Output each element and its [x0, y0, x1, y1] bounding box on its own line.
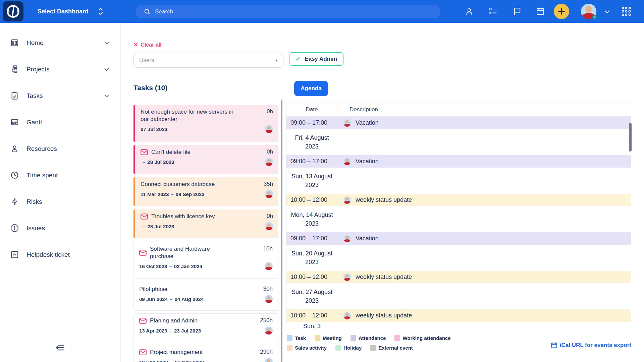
event-avatar [343, 235, 351, 242]
date-dash: – [143, 159, 145, 165]
date-dash: – [171, 191, 173, 197]
event-description: weekly status update [356, 196, 412, 203]
sidebar-item-helpdesk-ticket[interactable]: Helpdesk ticket [0, 241, 120, 268]
sidebar-item-label: Time spent [26, 172, 58, 179]
sidebar-item-risks[interactable]: Risks [0, 188, 120, 215]
task-card[interactable]: Planing and Admin 250h 13 Apr 2023 – 23 … [133, 313, 278, 342]
date-dash: – [169, 263, 172, 269]
task-date-end: 23 Jul 2023 [174, 328, 201, 334]
task-card[interactable]: Can't delete file 0h – 28 Jul 2023 [133, 145, 278, 174]
users-filter-select[interactable]: Users ▾ [133, 53, 283, 68]
agenda-date-row: Sun, 3 September 2023 [286, 322, 631, 330]
task-card[interactable]: Pilot phase 30h 09 Jun 2024 – 04 Aug 202… [133, 282, 278, 311]
event-time: 10:00 – 12:00 [286, 196, 337, 203]
sidebar-item-projects[interactable]: Projects [0, 56, 120, 82]
user-menu-chevron-icon[interactable] [603, 0, 611, 23]
sidebar-item-label: Home [26, 39, 44, 47]
agenda-event-row[interactable]: 10:00 – 12:00 weekly status update [286, 309, 631, 322]
user-avatar[interactable] [581, 4, 596, 19]
legend-swatch [287, 335, 292, 341]
sidebar-item-label: Gantt [26, 119, 42, 126]
assignee-avatar [265, 222, 273, 230]
chevron-down-icon [103, 92, 110, 100]
calendar-icon[interactable] [536, 0, 545, 23]
legend-label: Meeting [323, 335, 342, 341]
column-header-description: Description [337, 103, 378, 116]
profile-icon[interactable] [465, 0, 474, 23]
sidebar-item-resources[interactable]: Resources [0, 135, 120, 162]
envelope-icon [141, 214, 148, 220]
flag-icon[interactable] [513, 0, 522, 23]
legend-swatch [335, 345, 341, 351]
task-hours: 250h [260, 317, 273, 324]
sidebar-item-home[interactable]: Home [0, 29, 120, 56]
sidebar-footer [0, 333, 120, 362]
task-title: Planing and Admin [150, 317, 198, 324]
legend-item: Attendance [351, 335, 386, 341]
agenda-event-row[interactable]: 09:00 – 17:00 Vacation [286, 117, 631, 129]
tasks-panel-title: Tasks (10) [133, 84, 167, 92]
date-row-label: Sun, 20 August 2023 [286, 249, 337, 266]
event-avatar [343, 158, 351, 165]
event-avatar [343, 119, 351, 127]
apps-grid-icon[interactable] [621, 0, 631, 23]
task-card[interactable]: Not enough space for new servers in our … [133, 105, 278, 142]
envelope-icon [141, 149, 148, 155]
sidebar-item-time-spent[interactable]: Time spent [0, 162, 120, 188]
task-card[interactable]: Project management 290h 19 Sep 2023 – 01… [133, 345, 278, 362]
task-card[interactable]: Software and Hardware purchase 10h 16 Oc… [133, 242, 278, 279]
date-dash: – [169, 328, 172, 334]
agenda-date-row: Sun, 27 August 2023 [286, 283, 631, 309]
agenda-event-row[interactable]: 10:00 – 12:00 weekly status update [286, 194, 631, 206]
task-card[interactable]: Connect customers database 35h 11 Mar 20… [133, 177, 278, 206]
task-card[interactable]: Troubles with licence key 0h – 28 Jul 20… [133, 209, 278, 238]
users-placeholder: Users [139, 57, 154, 64]
sidebar-item-label: Resources [26, 145, 57, 153]
sidebar-item-tasks[interactable]: Tasks [0, 82, 120, 109]
envelope-icon [139, 250, 147, 256]
agenda-scrollbar[interactable] [629, 123, 632, 152]
event-description: weekly status update [356, 312, 412, 319]
sidebar-item-issues[interactable]: Issues [0, 215, 120, 241]
chevron-down-icon [103, 66, 110, 73]
agenda-button[interactable]: Agenda [294, 81, 328, 96]
date-row-label: Sun, 27 August 2023 [286, 288, 337, 305]
agenda-event-row[interactable]: 09:00 – 17:00 Vacation [286, 232, 631, 245]
envelope-icon [139, 318, 147, 324]
dashboard-selector[interactable]: Select Dashboard [38, 0, 104, 23]
sidebar-item-label: Projects [26, 66, 50, 73]
gantt-icon [10, 118, 19, 127]
tasks-scrollbar[interactable] [281, 100, 282, 362]
tasks-checklist-icon[interactable] [488, 0, 497, 23]
collapse-sidebar-icon[interactable] [54, 342, 66, 353]
add-button[interactable] [554, 4, 569, 19]
legend-label: Attendance [359, 335, 386, 341]
helpdesk-ticket-icon [10, 250, 19, 259]
lightning-icon [10, 197, 19, 206]
search-bar [136, 5, 440, 18]
sidebar-item-gantt[interactable]: Gantt [0, 109, 120, 135]
date-row-label: Sun, 13 August 2023 [286, 172, 337, 189]
easy-project-logo-icon [6, 4, 20, 19]
ical-export-link[interactable]: iCal URL for events export [550, 342, 631, 349]
task-date-start: 19 Sep 2023 [139, 359, 168, 362]
agenda-event-row[interactable]: 10:00 – 12:00 weekly status update [286, 271, 631, 283]
task-hours: 30h [263, 286, 273, 292]
task-hours: 0h [267, 148, 273, 155]
app-root: Select Dashboard [0, 0, 644, 362]
agenda-event-row[interactable]: 09:00 – 17:00 Vacation [286, 155, 631, 168]
task-date-start: 13 Apr 2023 [139, 328, 167, 334]
event-description: weekly status update [356, 274, 412, 281]
app-logo[interactable] [3, 1, 23, 21]
agenda-date-row: Sun, 13 August 2023 [286, 168, 631, 194]
task-title: Software and Hardware purchase [150, 245, 219, 260]
clear-all-button[interactable]: ✕ Clear all [133, 42, 162, 48]
task-title: Can't delete file [151, 148, 191, 156]
projects-tree-icon [10, 65, 19, 74]
date-dash: – [143, 224, 145, 229]
easy-admin-toggle[interactable]: ✓ Easy Admin [289, 52, 343, 66]
date-row-label: Mon, 14 August 2023 [286, 210, 337, 228]
clear-all-label: Clear all [141, 42, 161, 48]
task-title: Pilot phase [139, 286, 167, 293]
search-input[interactable] [155, 8, 390, 15]
